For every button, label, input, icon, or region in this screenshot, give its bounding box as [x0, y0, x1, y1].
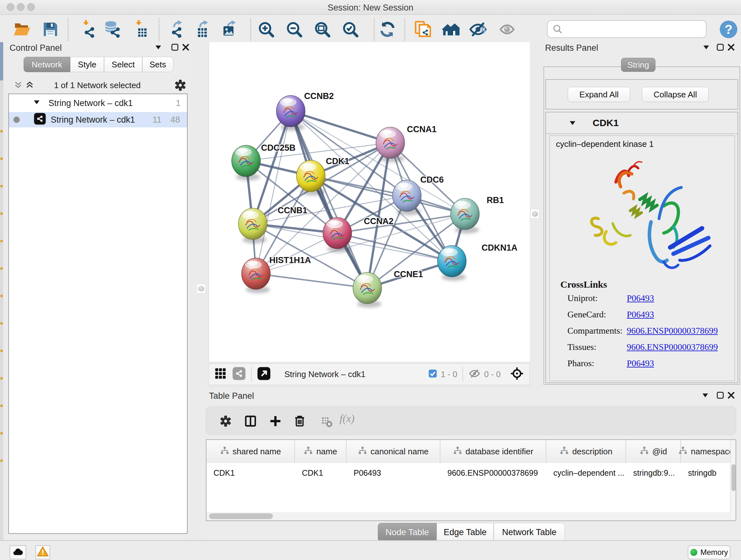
tab-network[interactable]: Network: [23, 57, 70, 72]
view-network-icon[interactable]: [232, 367, 246, 382]
network-canvas[interactable]: CCNB2CCNA1CDC25BCDK1CDC6RB1CCNB1CCNA2CDK…: [209, 42, 530, 362]
column-header-namespace[interactable]: namespace: [681, 440, 731, 463]
open-session-button[interactable]: [12, 20, 32, 38]
delete-column-icon[interactable]: [293, 415, 307, 429]
zoom-selected-button[interactable]: [341, 20, 359, 38]
node-CDKN1A[interactable]: CDKN1A: [437, 243, 518, 277]
gene-expander-icon[interactable]: [568, 119, 577, 128]
export-network-button[interactable]: [168, 20, 187, 39]
tab-select[interactable]: Select: [104, 57, 142, 72]
crosslink-compartments[interactable]: 9606.ENSP00000378699: [627, 326, 718, 336]
tab-style[interactable]: Style: [70, 57, 104, 72]
edge-HIST1H1A-CCNE1[interactable]: [256, 273, 367, 288]
table-options-gear-icon[interactable]: [219, 415, 232, 429]
network-options-gear-icon[interactable]: [174, 78, 187, 93]
zoom-fit-content-button[interactable]: [313, 20, 331, 38]
node-CCNE1[interactable]: CCNE1: [353, 269, 423, 304]
export-image-button[interactable]: [221, 20, 240, 39]
divider: [546, 133, 738, 134]
column-header-canonical-name[interactable]: canonical name: [347, 440, 441, 463]
zoom-selected-icon: [341, 20, 359, 38]
column-header-database-identifier[interactable]: database identifier: [441, 440, 546, 463]
birdseye-toggle-icon[interactable]: [510, 366, 524, 382]
apply-preferred-layout-button[interactable]: [441, 20, 460, 38]
close-panel-icon[interactable]: [726, 43, 737, 53]
cytoscape-window: { "window": { "title": "Session: New Ses…: [0, 0, 741, 560]
float-panel-icon[interactable]: [700, 390, 711, 401]
update-network-button[interactable]: [379, 20, 396, 38]
save-session-button[interactable]: [42, 20, 59, 38]
import-network-from-file-button[interactable]: [78, 20, 96, 39]
memory-button[interactable]: Memory: [688, 545, 731, 559]
new-network-from-selection-button[interactable]: [413, 20, 432, 39]
maximize-panel-icon[interactable]: [715, 390, 726, 401]
node-table[interactable]: shared namenamecanonical namedatabase id…: [206, 439, 736, 521]
left-splitter-handle[interactable]: [197, 284, 205, 294]
right-splitter-handle[interactable]: [530, 209, 539, 219]
import-network-from-database-button[interactable]: [103, 20, 122, 39]
help-button[interactable]: ?: [719, 20, 738, 39]
table-cell[interactable]: P06493: [347, 463, 441, 483]
network-collection-row[interactable]: String Network – cdk1 1: [9, 96, 187, 111]
results-tab-string[interactable]: String: [621, 58, 656, 72]
column-header-shared-name[interactable]: shared name: [206, 440, 295, 463]
vertical-scrollbar[interactable]: [730, 440, 736, 520]
zoom-in-button[interactable]: [257, 20, 275, 38]
warnings-button[interactable]: [36, 545, 50, 559]
node-CDC6[interactable]: CDC6: [393, 175, 444, 211]
tab-sets[interactable]: Sets: [142, 57, 173, 72]
close-panel-icon[interactable]: [726, 390, 737, 401]
maximize-panel-icon[interactable]: [170, 43, 180, 53]
float-panel-icon[interactable]: [701, 43, 712, 53]
vertical-scrollbar-thumb[interactable]: [731, 464, 736, 491]
close-panel-icon[interactable]: [180, 43, 191, 53]
node-HIST1H1A[interactable]: HIST1H1A: [242, 255, 311, 289]
crosslink-uniprot[interactable]: P06493: [627, 293, 654, 303]
crosslink-label: Compartments:: [567, 326, 623, 336]
hide-selected-button[interactable]: [469, 20, 487, 39]
hidden-items-icon[interactable]: [468, 368, 481, 381]
network-row-selected[interactable]: String Network – cdk1 11 48: [9, 112, 187, 127]
zoom-out-button[interactable]: [285, 20, 303, 38]
edge-CCNA1-HIST1H1A[interactable]: [256, 143, 390, 273]
selected-items-checkbox-icon[interactable]: [428, 369, 437, 380]
search-input[interactable]: [563, 24, 706, 35]
column-header--id[interactable]: @id: [626, 440, 681, 463]
table-cell[interactable]: stringdb: [681, 463, 731, 483]
tab-node-table[interactable]: Node Table: [378, 523, 436, 542]
table-cell[interactable]: CDK1: [295, 463, 347, 483]
import-table-from-file-button[interactable]: [130, 20, 148, 39]
table-cell[interactable]: 9606.ENSP00000378699: [441, 463, 546, 483]
cloud-status-button[interactable]: [10, 545, 26, 559]
maximize-panel-icon[interactable]: [715, 43, 726, 53]
node-RB1[interactable]: RB1: [451, 195, 504, 230]
horizontal-scrollbar-thumb[interactable]: [209, 513, 273, 519]
node-CDC25B[interactable]: CDC25B: [232, 143, 295, 177]
show-graphics-details-button[interactable]: [498, 21, 516, 37]
node-CCNA1[interactable]: CCNA1: [376, 125, 436, 159]
column-header-description[interactable]: description: [546, 440, 626, 463]
edge-CCNB2-CCNA1[interactable]: [291, 111, 390, 143]
view-grid-icon[interactable]: [213, 367, 227, 382]
create-column-icon[interactable]: [269, 415, 282, 429]
show-columns-icon[interactable]: [244, 415, 257, 429]
collection-expander-icon[interactable]: [32, 98, 42, 109]
collapse-all-button[interactable]: Collapse All: [642, 87, 709, 102]
collection-label: String Network – cdk1: [49, 98, 133, 108]
column-header-name[interactable]: name: [295, 440, 347, 463]
crosslink-pharos[interactable]: P06493: [627, 358, 654, 368]
horizontal-scrollbar[interactable]: [206, 512, 730, 520]
crosslink-genecard[interactable]: P06493: [627, 309, 654, 320]
tab-edge-table[interactable]: Edge Table: [436, 523, 494, 542]
table-cell[interactable]: stringdb:9...: [626, 463, 681, 483]
tab-network-table[interactable]: Network Table: [494, 523, 565, 542]
expand-all-button[interactable]: Expand All: [568, 87, 630, 102]
float-panel-icon[interactable]: [153, 43, 164, 53]
crosslink-tissues[interactable]: 9606.ENSP00000378699: [627, 342, 718, 352]
table-cell[interactable]: cyclin–dependent ...: [546, 463, 626, 483]
search-box[interactable]: [547, 20, 706, 38]
table-cell[interactable]: CDK1: [206, 463, 295, 483]
detach-view-icon[interactable]: [257, 367, 271, 382]
background-edge-dot: [0, 158, 3, 160]
export-table-button[interactable]: [193, 20, 212, 39]
